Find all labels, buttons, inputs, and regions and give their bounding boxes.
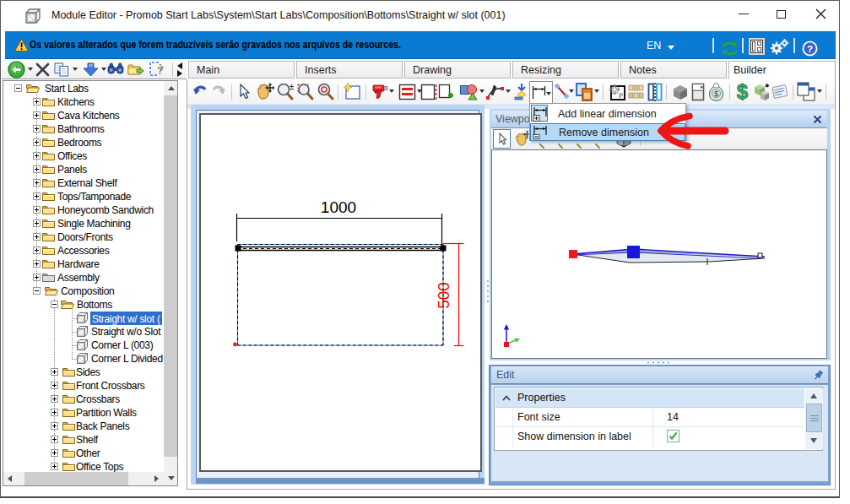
svg-text:$: $ bbox=[737, 82, 749, 102]
svg-text:1000: 1000 bbox=[321, 198, 356, 216]
svg-text:±: ± bbox=[290, 83, 294, 91]
svg-text:500: 500 bbox=[435, 282, 452, 309]
svg-text:$: $ bbox=[714, 89, 718, 98]
svg-text:?: ? bbox=[807, 44, 813, 54]
